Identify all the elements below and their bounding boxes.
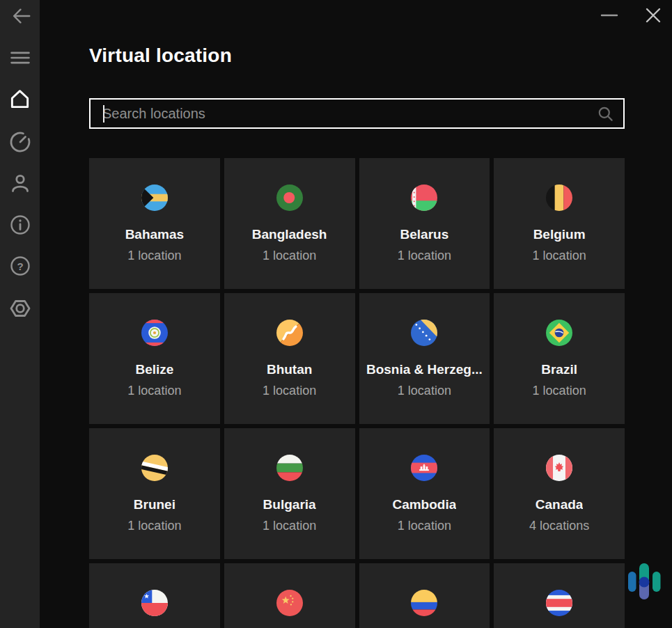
flag-bangladesh-icon (276, 185, 303, 211)
location-card[interactable]: Brunei1 location (89, 428, 220, 559)
country-name: Canada (536, 497, 584, 512)
country-name: Bulgaria (263, 497, 316, 512)
flag-belarus-icon (411, 185, 437, 211)
location-card[interactable] (494, 563, 625, 628)
home-icon (9, 88, 31, 110)
flag-bahamas-icon (141, 185, 168, 211)
location-count: 1 location (398, 383, 451, 398)
location-card[interactable]: Canada4 locations (494, 428, 625, 559)
menu-button[interactable] (8, 46, 31, 69)
country-name: Brunei (134, 497, 175, 512)
sidebar-item-home[interactable] (8, 88, 31, 111)
location-card[interactable]: Bangladesh1 location (224, 158, 355, 289)
close-icon (644, 6, 662, 24)
app-window: ? Virtual location Bahamas1 locationBang… (0, 0, 672, 628)
info-icon (9, 214, 31, 236)
location-card[interactable]: Bhutan1 location (224, 293, 355, 424)
minimize-button[interactable] (599, 5, 620, 26)
flag-chile-icon (141, 590, 168, 616)
minimize-icon (600, 6, 618, 24)
account-icon (9, 172, 31, 194)
location-count: 1 location (263, 248, 316, 263)
country-name: Belarus (400, 227, 449, 242)
country-name: Bosnia & Herzeg... (366, 362, 483, 377)
location-card[interactable] (89, 563, 220, 628)
country-name: Cambodia (392, 497, 456, 512)
location-card[interactable] (359, 563, 490, 628)
settings-icon (9, 297, 31, 320)
close-button[interactable] (643, 5, 664, 26)
flag-brunei-icon (141, 455, 168, 481)
text-caret (103, 105, 104, 123)
page-title: Virtual location (89, 45, 232, 67)
location-count: 1 location (398, 248, 451, 263)
sidebar-item-help[interactable]: ? (8, 254, 31, 277)
flag-canada-icon (546, 455, 572, 481)
locations-grid: Bahamas1 locationBangladesh1 locationBel… (89, 158, 625, 628)
location-count: 1 location (533, 248, 586, 263)
country-name: Belize (135, 362, 173, 377)
location-card[interactable]: Belgium1 location (494, 158, 625, 289)
search-icon (597, 105, 614, 123)
flag-bhutan-icon (276, 320, 303, 346)
location-card[interactable]: Brazil1 location (494, 293, 625, 424)
location-count: 4 locations (529, 518, 589, 533)
country-name: Bhutan (267, 362, 312, 377)
location-card[interactable]: Bahamas1 location (89, 158, 220, 289)
location-count: 1 location (263, 518, 316, 533)
location-card[interactable]: Belarus1 location (359, 158, 490, 289)
flag-bulgaria-icon (276, 455, 303, 481)
speedometer-icon (9, 131, 31, 153)
location-count: 1 location (398, 518, 451, 533)
search-input[interactable] (91, 100, 597, 127)
flag-colombia-icon (411, 590, 437, 616)
location-count: 1 location (127, 248, 181, 263)
country-name: Brazil (541, 362, 577, 377)
flag-bosnia-icon (411, 320, 437, 346)
sidebar-item-settings[interactable] (8, 297, 31, 320)
help-icon: ? (9, 255, 31, 277)
sidebar-item-speed[interactable] (8, 130, 31, 153)
flag-brazil-icon (546, 320, 572, 346)
location-card[interactable]: Bulgaria1 location (224, 428, 355, 559)
soundwave-bars-icon (624, 557, 664, 607)
search-box (89, 98, 625, 129)
country-name: Bangladesh (252, 227, 327, 242)
flag-cambodia-icon (411, 455, 437, 481)
location-card[interactable]: Cambodia1 location (359, 428, 490, 559)
location-count: 1 location (533, 383, 586, 398)
country-name: Bahamas (125, 227, 185, 242)
back-button[interactable] (8, 4, 31, 27)
flag-belize-icon (141, 320, 168, 346)
country-name: Belgium (533, 227, 586, 242)
location-count: 1 location (127, 518, 181, 533)
hamburger-menu-icon (9, 49, 31, 67)
svg-text:?: ? (17, 260, 23, 272)
flag-costa-rica-icon (546, 590, 572, 616)
sidebar: ? (0, 0, 40, 628)
location-card[interactable]: Bosnia & Herzeg...1 location (359, 293, 490, 424)
location-card[interactable]: Belize1 location (89, 293, 220, 424)
brand-logo (624, 557, 664, 607)
back-arrow-icon (9, 6, 31, 26)
location-card[interactable] (224, 563, 355, 628)
location-count: 1 location (127, 383, 181, 398)
sidebar-item-account[interactable] (8, 171, 31, 194)
location-count: 1 location (263, 383, 316, 398)
flag-belgium-icon (546, 185, 572, 211)
sidebar-item-info[interactable] (8, 213, 31, 236)
flag-china-icon (276, 590, 303, 616)
